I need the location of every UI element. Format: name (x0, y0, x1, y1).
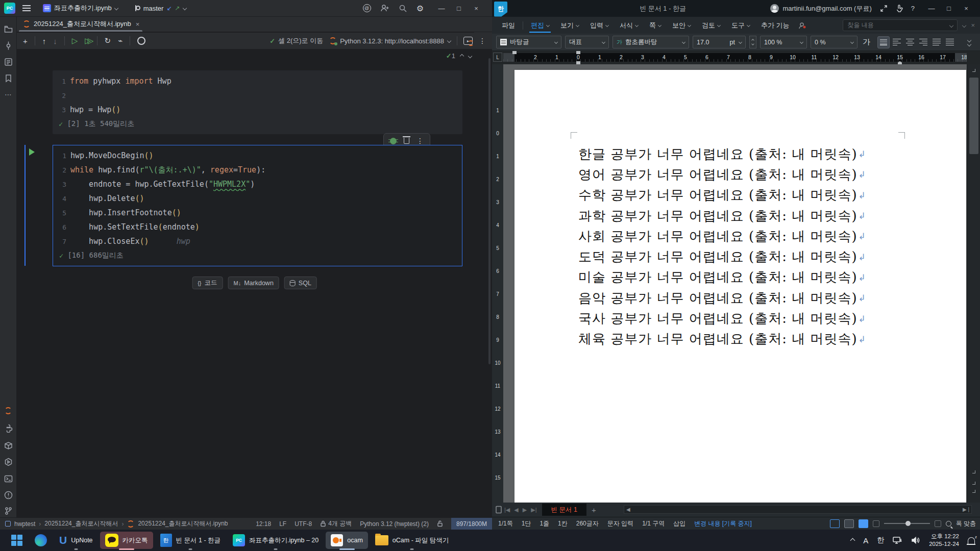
taskbar-kakaotalk[interactable]: 카카오톡 (100, 532, 153, 549)
style-dropdown[interactable]: 바탕글 (496, 36, 561, 48)
code-line[interactable]: 1from pyhwpx import Hwp (53, 74, 462, 88)
zoom-fit-label[interactable]: 폭 맞춤 (956, 519, 976, 528)
status-item[interactable]: 260글자 (576, 519, 599, 528)
taskbar-explorer[interactable]: oCam - 파일 탐색기 (370, 532, 454, 549)
jupyter-tool-icon[interactable] (3, 406, 13, 416)
document-line[interactable]: 미술 공부가 너무 어렵네요 (출처: 내 머릿속)↲ (578, 267, 915, 288)
debug-cell-icon[interactable] (390, 138, 397, 144)
tray-expand-icon[interactable] (850, 538, 855, 543)
scroll-down-icon[interactable] (972, 470, 975, 473)
code-line[interactable]: 7 hwp.CloseEx() hwp (53, 234, 462, 248)
network-icon[interactable] (893, 536, 902, 544)
page-down-icon[interactable] (972, 490, 975, 493)
maximize-button[interactable]: □ (940, 5, 958, 12)
next-cell-icon[interactable] (468, 54, 472, 58)
align-left-button[interactable] (891, 36, 903, 48)
align-divide-button[interactable] (944, 36, 956, 48)
status-item[interactable]: 1/1쪽 (498, 519, 513, 528)
run-cell-icon[interactable]: ▷ (72, 36, 78, 45)
menu-서식[interactable]: 서식 (614, 17, 644, 34)
document-line[interactable]: 한글 공부가 너무 어렵네요 (출처: 내 머릿속)↲ (578, 144, 915, 164)
page-up-icon[interactable] (972, 482, 975, 485)
taskbar-edge[interactable] (30, 532, 52, 549)
encoding[interactable]: UTF-8 (295, 520, 312, 528)
caret-position[interactable]: 12:18 (256, 520, 271, 528)
minimize-button[interactable]: — (923, 5, 940, 12)
maximize-button[interactable]: □ (450, 5, 468, 12)
zoom-icon[interactable] (946, 521, 951, 527)
align-right-button[interactable] (917, 36, 929, 48)
at-icon[interactable]: @ (363, 4, 371, 12)
status-item[interactable]: 1줄 (540, 519, 549, 528)
document-text[interactable]: 한글 공부가 너무 어렵네요 (출처: 내 머릿속)↲영어 공부가 너무 어렵네… (578, 144, 915, 349)
menu-보안[interactable]: 보안 (667, 17, 696, 34)
scroll-up-icon[interactable] (972, 69, 975, 72)
scroll-right-icon[interactable]: ▶ | (963, 507, 969, 512)
first-tab-icon[interactable]: |◀ (504, 507, 510, 513)
code-line[interactable]: 4 hwp.Delete() (53, 191, 462, 206)
font-size-spinner[interactable] (749, 36, 756, 48)
horizontal-scrollbar[interactable]: ◀ ▶ | (624, 505, 972, 514)
align-justify-button[interactable] (877, 36, 890, 48)
kernel-selector[interactable]: Python 3.12.3: http://localhost:8888 (329, 37, 451, 45)
search-expand-icon[interactable] (962, 23, 966, 27)
indent-setting[interactable]: 4개 공백 (320, 519, 352, 528)
preset-dropdown[interactable]: 대표 (565, 36, 609, 48)
code-line[interactable]: 5 hwp.InsertFootnote() (53, 206, 462, 220)
commit-icon[interactable] (3, 40, 13, 51)
document-line[interactable]: 과학 공부가 너무 어렵네요 (출처: 내 머릿속)↲ (578, 206, 915, 226)
chevron-down-icon[interactable] (949, 23, 953, 27)
minimize-button[interactable]: — (433, 5, 450, 12)
char-spacing-dropdown[interactable]: 0 % (811, 36, 857, 48)
touch-mode-icon[interactable] (896, 5, 903, 13)
structure-icon[interactable] (3, 57, 13, 67)
breadcrumb-item[interactable]: 20251224_출처로시작해서 (44, 519, 118, 528)
code-line[interactable]: 3 endnote = hwp.GetTextFile("HWPML2X") (53, 177, 462, 191)
menu-보기[interactable]: 보기 (555, 17, 584, 34)
code-line[interactable]: 3hwp = Hwp() (53, 103, 462, 117)
search-icon[interactable] (399, 4, 407, 13)
prev-tab-icon[interactable]: ◀ (514, 507, 518, 513)
change-tracking-status[interactable]: 변경 내용 [기록 중지] (694, 519, 752, 528)
bold-button[interactable]: 가 (863, 37, 870, 47)
scroll-left-icon[interactable]: ◀ (626, 507, 630, 512)
git-branch-widget[interactable]: master ↙ ↗ (130, 3, 190, 14)
scrollbar-thumb[interactable] (969, 78, 978, 154)
view-page-icon[interactable] (859, 519, 868, 528)
packages-icon[interactable] (3, 440, 13, 450)
clock[interactable]: 오후 12:22 2025-12-24 (929, 533, 959, 548)
add-markdown-cell-button[interactable]: M↓Markdown (228, 277, 279, 289)
close-button[interactable]: × (468, 5, 485, 12)
run-cell-gutter-icon[interactable] (29, 148, 35, 156)
zoom-slider-knob[interactable] (905, 521, 911, 526)
unlock-icon[interactable] (437, 520, 443, 527)
new-tab-button[interactable]: + (592, 506, 596, 514)
document-line[interactable]: 사회 공부가 너무 어렵네요 (출처: 내 머릿속)↲ (578, 226, 915, 246)
align-center-button[interactable] (904, 36, 916, 48)
prev-cell-icon[interactable] (460, 54, 464, 58)
move-cell-down-icon[interactable]: ↓ (53, 37, 57, 45)
restart-kernel-icon[interactable]: ↻ (105, 36, 111, 45)
zoom-page-icon[interactable] (935, 520, 941, 527)
code-line[interactable]: 2 (53, 88, 462, 103)
last-tab-icon[interactable]: ▶| (531, 507, 536, 513)
menu-파일[interactable]: 파일 (496, 17, 521, 34)
file-switcher[interactable]: 좌표추출하기.ipynb (39, 2, 122, 15)
menu-편집[interactable]: 편집 (525, 17, 555, 34)
close-button[interactable]: × (958, 5, 975, 12)
volume-icon[interactable] (911, 536, 920, 544)
code-line[interactable]: 2while hwp.find(r"\(출처:.+\)", regex=True… (53, 163, 462, 177)
line-ending[interactable]: LF (279, 520, 286, 528)
goto-cell-status[interactable]: ✓ 셀 2(으)로 이동 (270, 36, 323, 45)
expand-icon[interactable] (880, 5, 888, 12)
taskbar-hwp[interactable]: 한빈 문서 1 - 한글 (155, 532, 226, 549)
add-user-icon[interactable] (380, 4, 389, 13)
menu-검토[interactable]: 검토 (696, 17, 726, 34)
view-normal-icon[interactable] (830, 519, 840, 528)
document-page[interactable]: 한글 공부가 너무 어렵네요 (출처: 내 머릿속)↲영어 공부가 너무 어렵네… (514, 70, 966, 503)
font-dropdown[interactable]: 가 함초롬바탕 (612, 36, 689, 48)
services-icon[interactable] (3, 457, 13, 467)
document-line[interactable]: 수학 공부가 너무 어렵네요 (출처: 내 머릿속)↲ (578, 185, 915, 206)
search-close-icon[interactable]: × (971, 21, 975, 29)
bookmarks-icon[interactable] (3, 73, 13, 83)
